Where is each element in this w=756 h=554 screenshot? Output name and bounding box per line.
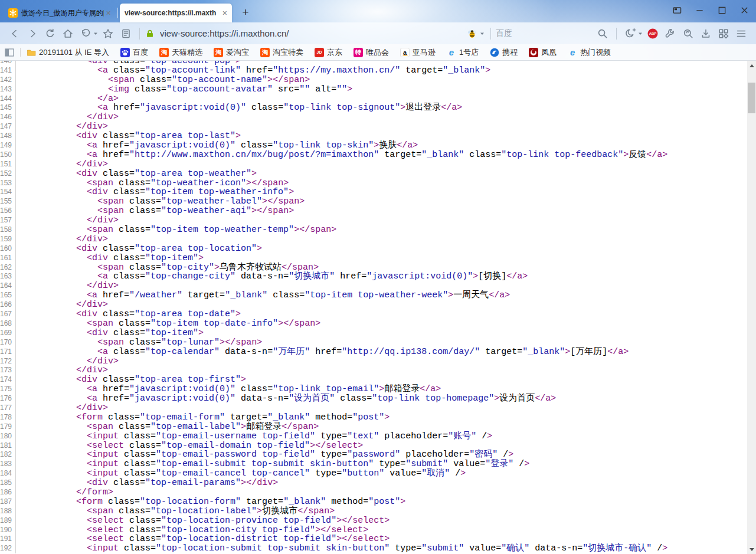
- source-line: 168 <span class="top-item top-date-info"…: [0, 319, 747, 329]
- adblock-plus-icon[interactable]: ABP: [646, 27, 659, 40]
- line-number: 175: [0, 385, 16, 394]
- line-content: </div>: [16, 160, 108, 169]
- phoenix-icon: [529, 48, 538, 57]
- line-number: 173: [0, 366, 16, 375]
- svg-text:ABP: ABP: [649, 32, 657, 35]
- tab-view-source[interactable]: view-source:https://i.maxth ×: [120, 4, 232, 22]
- undo-button[interactable]: [79, 27, 92, 40]
- search-icon[interactable]: [596, 27, 609, 40]
- source-line: 146 </div>: [0, 113, 747, 122]
- night-mode-icon[interactable]: [624, 27, 637, 40]
- line-number: 161: [0, 254, 16, 263]
- split-screen-grid-icon[interactable]: [717, 27, 730, 40]
- vertical-scrollbar[interactable]: [747, 61, 756, 554]
- bookmark-item-ctrip[interactable]: 携程: [490, 47, 518, 58]
- line-content: <a href="javascript:void(0)" data-s-n="设…: [16, 394, 556, 404]
- bookmark-item-taobao-temai[interactable]: 淘 淘宝特卖: [260, 47, 303, 58]
- line-number: 154: [0, 188, 16, 197]
- ie-e-icon: e: [568, 48, 577, 57]
- source-line: 191 <select class="top-location-district…: [0, 535, 747, 544]
- snap-note-button[interactable]: [119, 27, 132, 40]
- source-line: 158 <span class="top-item top-weather-te…: [0, 225, 747, 235]
- tab-close-icon[interactable]: ×: [106, 9, 111, 17]
- search-engine-caret[interactable]: [480, 31, 485, 36]
- source-line: 145 <a href="javascript:void(0)" class="…: [0, 103, 747, 113]
- line-number: 178: [0, 413, 16, 422]
- minimize-button[interactable]: [695, 6, 704, 15]
- maximize-button[interactable]: [718, 6, 726, 15]
- line-number: 145: [0, 103, 16, 113]
- line-number: 170: [0, 338, 16, 348]
- back-button[interactable]: [8, 27, 21, 40]
- url-text[interactable]: view-source:https://i.maxthon.cn/: [160, 28, 289, 38]
- search-input[interactable]: 百度: [496, 27, 611, 40]
- source-line: 142 <span class="top-account-name"></spa…: [0, 76, 747, 85]
- bookmark-item-aitaobao[interactable]: 淘 爱淘宝: [214, 47, 249, 58]
- source-line: 153 <span class="top-weather-icon"></spa…: [0, 179, 747, 188]
- undo-dropdown-caret[interactable]: [93, 31, 98, 36]
- line-content: <div class="top-area top-last">: [16, 132, 241, 141]
- scroll-up-arrow[interactable]: [747, 61, 756, 70]
- source-line: 150 <a href="http://www.maxthon.cn/mx/bu…: [0, 150, 747, 160]
- line-content: <a href="http://www.maxthon.cn/mx/bug/po…: [16, 150, 667, 160]
- view-source-pane: 140 <div class="top-account-pop">141 <a …: [0, 61, 756, 554]
- bookmark-item-yhd[interactable]: e 1号店: [447, 47, 479, 58]
- favorite-star-button[interactable]: [102, 27, 114, 40]
- line-content: <form class="top-location-form" target="…: [16, 497, 405, 507]
- line-content: <div class="top-item">: [16, 254, 204, 263]
- source-line: 177 </div>: [0, 404, 747, 413]
- main-menu-icon[interactable]: [735, 27, 748, 40]
- line-number: 155: [0, 197, 16, 206]
- search-engine-bee-icon[interactable]: [466, 27, 479, 40]
- line-number: 190: [0, 526, 16, 535]
- bookmark-item-jd[interactable]: JD 京东: [315, 47, 342, 58]
- line-content: </div>: [16, 404, 108, 413]
- line-number: 184: [0, 469, 16, 478]
- line-number: 150: [0, 150, 16, 160]
- line-number: 186: [0, 488, 16, 497]
- source-line: 180 <input class="top-email-username top…: [0, 432, 747, 441]
- tab-maxthon-today[interactable]: 傲游今日_傲游用户专属的网 ×: [4, 4, 116, 22]
- resource-sniffer-icon[interactable]: [682, 27, 695, 40]
- bookmark-item-hot-video[interactable]: e 热门视频: [568, 47, 611, 58]
- source-line: 148 <div class="top-area top-last">: [0, 132, 747, 141]
- source-line: 160 <div class="top-area top-location">: [0, 244, 747, 254]
- line-number: 159: [0, 235, 16, 244]
- line-content: <a href="javascript:void(0)" class="top-…: [16, 141, 418, 150]
- line-number: 146: [0, 113, 16, 122]
- line-number: 183: [0, 460, 16, 469]
- source-line: 182 <input class="top-email-password top…: [0, 450, 747, 460]
- bookmark-item-vip[interactable]: 特 唯品会: [354, 47, 389, 58]
- scroll-down-arrow[interactable]: [747, 545, 756, 554]
- line-number: 188: [0, 507, 16, 516]
- bookmark-item-tmall[interactable]: 淘 天猫精选: [159, 47, 202, 58]
- bookmark-folder-import[interactable]: 20191101 从 IE 导入: [27, 47, 109, 58]
- new-tab-button[interactable]: +: [238, 5, 253, 20]
- address-bar[interactable]: view-source:https://i.maxthon.cn/: [145, 28, 463, 39]
- line-number: 180: [0, 432, 16, 441]
- refresh-button[interactable]: [44, 27, 57, 40]
- bookmark-item-ifeng[interactable]: 凤凰: [529, 47, 557, 58]
- scrollbar-thumb[interactable]: [748, 83, 755, 113]
- line-number: 163: [0, 272, 16, 281]
- line-content: <input class="top-location-submit top-su…: [16, 544, 667, 553]
- close-button[interactable]: [740, 6, 749, 15]
- tab-close-icon[interactable]: ×: [222, 9, 227, 17]
- sidebar-toggle-icon[interactable]: [5, 48, 14, 57]
- line-content: </div>: [16, 300, 108, 310]
- night-mode-caret[interactable]: [638, 31, 643, 36]
- download-icon[interactable]: [699, 27, 712, 40]
- source-line: 174 <div class="top-area top-first">: [0, 375, 747, 385]
- forward-button[interactable]: [26, 27, 39, 40]
- line-content: <span class="top-item top-date-info"></s…: [16, 319, 320, 329]
- line-number: 181: [0, 441, 16, 451]
- line-number: 164: [0, 281, 16, 291]
- bookmark-item-amazon[interactable]: a 亚马逊: [400, 47, 436, 58]
- source-line: 161 <div class="top-item">: [0, 254, 747, 263]
- home-button[interactable]: [61, 27, 74, 40]
- layout-toggle-icon[interactable]: [673, 6, 682, 15]
- developer-wrench-icon[interactable]: [664, 27, 677, 40]
- bookmark-item-baidu[interactable]: 百度: [120, 47, 148, 58]
- line-number: 176: [0, 394, 16, 404]
- line-number: 179: [0, 422, 16, 432]
